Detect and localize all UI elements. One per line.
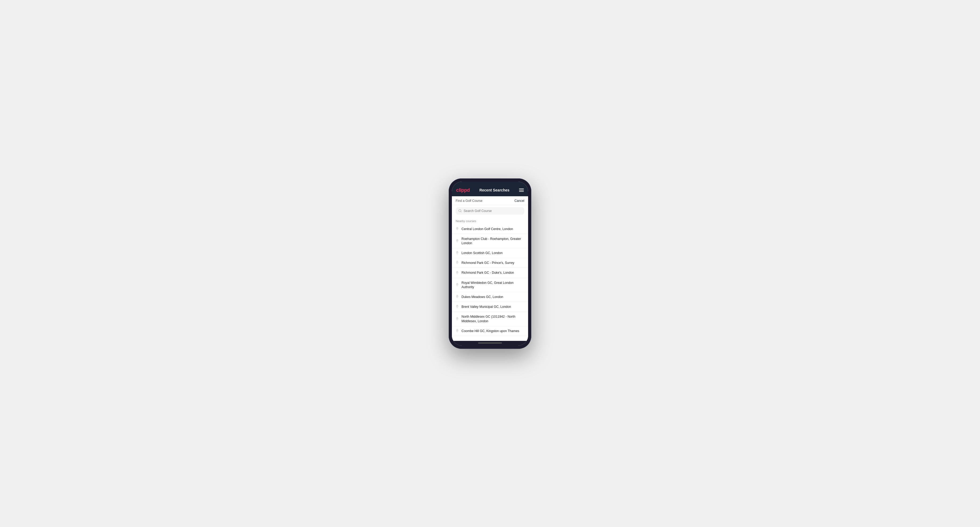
svg-point-10 <box>457 318 458 319</box>
course-name: North Middlesex GC (1011942 - North Midd… <box>461 314 524 323</box>
location-pin-icon <box>456 251 459 255</box>
app-header: clippd Recent Searches <box>452 185 528 196</box>
course-list-item[interactable]: North Middlesex GC (1011942 - North Midd… <box>452 312 528 326</box>
svg-point-8 <box>457 296 458 297</box>
course-list-item[interactable]: Central London Golf Centre, London <box>452 224 528 234</box>
search-input[interactable] <box>464 209 522 213</box>
course-name: Richmond Park GC - Duke's, London <box>461 271 514 275</box>
phone-device: clippd Recent Searches Find a Golf Cours… <box>449 178 531 349</box>
location-pin-icon <box>456 317 459 321</box>
home-bar <box>478 343 502 343</box>
search-container <box>452 205 528 217</box>
course-list-item[interactable]: Brent Valley Municipal GC, London <box>452 302 528 312</box>
course-list-item[interactable]: Richmond Park GC - Prince's, Surrey <box>452 258 528 268</box>
course-name: Central London Golf Centre, London <box>461 227 513 231</box>
hamburger-line-2 <box>519 190 524 190</box>
course-name: London Scottish GC, London <box>461 251 503 255</box>
location-pin-icon <box>456 295 459 299</box>
nearby-section: Nearby courses Central London Golf Centr… <box>452 217 528 341</box>
svg-point-3 <box>457 240 458 241</box>
search-box <box>456 207 524 214</box>
svg-point-4 <box>457 252 458 253</box>
svg-point-11 <box>457 330 458 331</box>
location-pin-icon <box>456 261 459 265</box>
cancel-button[interactable]: Cancel <box>514 199 524 203</box>
course-name: Coombe Hill GC, Kingston upon Thames <box>461 329 519 333</box>
course-list-item[interactable]: Coombe Hill GC, Kingston upon Thames <box>452 326 528 336</box>
app-logo: clippd <box>456 187 470 193</box>
location-pin-icon <box>456 329 459 333</box>
nearby-header: Nearby courses <box>452 217 528 224</box>
course-name: Richmond Park GC - Prince's, Surrey <box>461 261 514 265</box>
course-list-item[interactable]: Richmond Park GC - Duke's, London <box>452 268 528 278</box>
hamburger-menu-button[interactable] <box>519 189 524 192</box>
svg-point-2 <box>457 228 458 229</box>
find-label: Find a Golf Course <box>456 199 482 203</box>
location-pin-icon <box>456 305 459 309</box>
svg-point-6 <box>457 272 458 273</box>
location-pin-icon <box>456 271 459 275</box>
phone-screen: clippd Recent Searches Find a Golf Cours… <box>452 182 528 346</box>
course-list-item[interactable]: Roehampton Club - Roehampton, Greater Lo… <box>452 234 528 248</box>
svg-line-1 <box>461 211 461 212</box>
location-pin-icon <box>456 283 459 287</box>
location-pin-icon <box>456 239 459 243</box>
course-name: Royal Wimbledon GC, Great London Authori… <box>461 281 524 289</box>
svg-point-5 <box>457 262 458 263</box>
course-list-item[interactable]: London Scottish GC, London <box>452 248 528 258</box>
svg-point-7 <box>457 284 458 285</box>
search-icon <box>458 209 462 213</box>
find-bar: Find a Golf Course Cancel <box>452 196 528 205</box>
course-name: Roehampton Club - Roehampton, Greater Lo… <box>461 237 524 245</box>
course-list: Central London Golf Centre, London Roeha… <box>452 224 528 336</box>
status-bar <box>452 182 528 185</box>
course-name: Brent Valley Municipal GC, London <box>461 305 511 309</box>
location-pin-icon <box>456 227 459 231</box>
home-indicator <box>452 341 528 346</box>
hamburger-line-1 <box>519 189 524 189</box>
header-title: Recent Searches <box>479 188 509 192</box>
hamburger-line-3 <box>519 191 524 192</box>
svg-point-9 <box>457 306 458 307</box>
course-list-item[interactable]: Royal Wimbledon GC, Great London Authori… <box>452 278 528 292</box>
course-list-item[interactable]: Dukes Meadows GC, London <box>452 292 528 302</box>
course-name: Dukes Meadows GC, London <box>461 295 503 299</box>
